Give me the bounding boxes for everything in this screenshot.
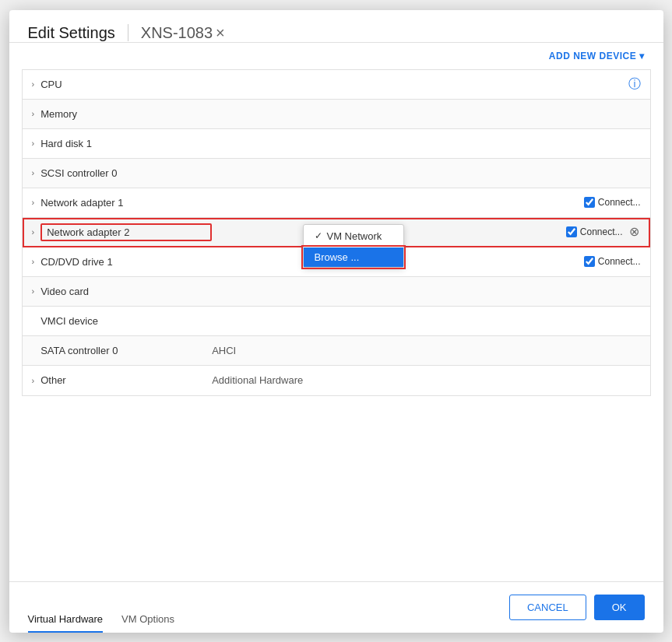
row-label-cpu: CPU: [40, 79, 212, 90]
edit-settings-modal: Edit Settings XNS-1083 × Virtual Hardwar…: [9, 10, 663, 633]
modal-subtitle: XNS-1083: [141, 24, 213, 42]
table-row: › Network adapter 1 Connect...: [23, 188, 650, 218]
row-value-sata-controller-0: AHCI: [212, 345, 640, 356]
chevron-icon: ›: [32, 109, 35, 118]
connect-label: Connect...: [598, 197, 641, 208]
row-label-sata-controller-0: SATA controller 0: [40, 345, 212, 356]
row-label-other: Other: [40, 374, 212, 386]
row-label-hard-disk-1: Hard disk 1: [40, 138, 212, 149]
chevron-icon: ›: [32, 198, 35, 207]
close-button[interactable]: ×: [213, 25, 228, 40]
remove-button[interactable]: ⊗: [628, 226, 641, 238]
hardware-table: › CPU ⓘ › Memory › Hard disk 1 › SCSI co…: [22, 69, 651, 396]
row-label-video-card: Video card: [40, 286, 212, 297]
connect-label-2: Connect...: [580, 226, 623, 237]
vm-network-label: VM Network: [327, 230, 382, 242]
connect-label-3: Connect...: [598, 256, 641, 267]
connect-checkbox-label: Connect...: [584, 197, 641, 208]
header-divider: [128, 24, 128, 41]
modal-title: Edit Settings: [28, 24, 115, 42]
table-row: › VMCI device: [23, 307, 650, 336]
modal-body: ADD NEW DEVICE ▾ › CPU ⓘ › Memory › Hard…: [9, 43, 663, 581]
chevron-icon: ›: [32, 286, 35, 296]
chevron-icon: ›: [32, 168, 35, 177]
cancel-button[interactable]: CANCEL: [509, 595, 586, 620]
connect-checkbox-3[interactable]: [584, 256, 595, 267]
row-label-vmci-device: VMCI device: [40, 315, 212, 327]
dropdown-item-browse[interactable]: Browse ...: [304, 247, 403, 267]
chevron-icon: ›: [32, 376, 35, 385]
chevron-icon: ›: [32, 227, 35, 237]
table-row: › SCSI controller 0: [23, 159, 650, 188]
row-actions-cd-dvd-drive-1: Connect...: [584, 256, 641, 267]
tab-vm-options[interactable]: VM Options: [121, 607, 174, 633]
connect-checkbox[interactable]: [584, 197, 595, 208]
connect-checkbox-label-2: Connect...: [566, 226, 623, 237]
row-value-other: Additional Hardware: [212, 374, 640, 386]
table-row: › Memory: [23, 100, 650, 129]
chevron-icon: ›: [32, 139, 35, 148]
modal-header: Edit Settings XNS-1083 × Virtual Hardwar…: [9, 10, 663, 43]
network-dropdown-menu: ✓ VM Network Browse ...: [303, 224, 404, 268]
row-label-scsi-controller-0: SCSI controller 0: [40, 167, 212, 179]
tabs-container: Virtual Hardware VM Options: [28, 607, 194, 633]
row-label-network-adapter-2: Network adapter 2: [40, 223, 212, 241]
connect-checkbox-label-3: Connect...: [584, 256, 641, 267]
row-label-cd-dvd-drive-1: CD/DVD drive 1: [40, 256, 212, 268]
chevron-icon: ›: [32, 257, 35, 266]
row-actions-network-adapter-2: Connect... ⊗: [566, 226, 641, 238]
checkmark-icon: ✓: [315, 230, 322, 241]
table-row: › Hard disk 1: [23, 129, 650, 159]
row-label-memory: Memory: [40, 108, 212, 120]
connect-checkbox-2[interactable]: [566, 226, 577, 237]
table-row: › Other Additional Hardware: [23, 366, 650, 395]
table-row: › Video card: [23, 277, 650, 307]
chevron-icon: ›: [32, 79, 35, 89]
table-row: › SATA controller 0 AHCI: [23, 336, 650, 366]
info-icon: ⓘ: [628, 76, 641, 93]
table-row: › CPU ⓘ: [23, 70, 650, 100]
dropdown-item-vm-network[interactable]: ✓ VM Network: [304, 225, 403, 247]
tab-virtual-hardware[interactable]: Virtual Hardware: [28, 607, 104, 633]
row-label-network-adapter-1: Network adapter 1: [40, 197, 212, 209]
browse-button[interactable]: Browse ...: [304, 247, 403, 267]
add-new-device-button[interactable]: ADD NEW DEVICE ▾: [549, 51, 645, 61]
toolbar: ADD NEW DEVICE ▾: [9, 43, 663, 69]
row-actions-network-adapter-1: Connect...: [584, 197, 641, 208]
ok-button[interactable]: OK: [594, 595, 645, 620]
table-row-network-adapter-2: › Network adapter 2 ✓ VM Network Browse …: [23, 218, 650, 247]
